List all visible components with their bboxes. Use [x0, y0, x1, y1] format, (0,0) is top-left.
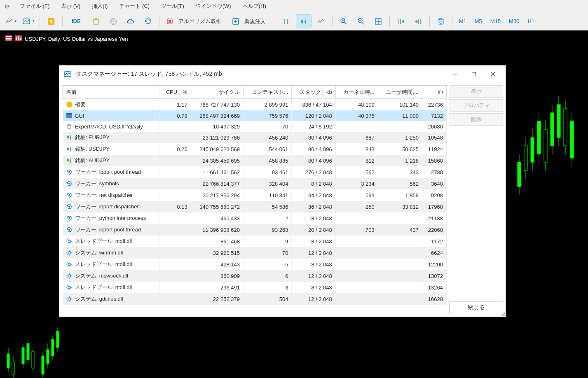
screenshot-button[interactable]: [433, 14, 449, 28]
table-row[interactable]: 銘柄: USDJPY0.26245 049 623 569544 06180 /…: [63, 143, 447, 155]
row-name: 概要: [75, 101, 86, 108]
row-ktime: [335, 293, 378, 305]
close-button[interactable]: 閉じる: [450, 301, 503, 314]
row-ktime: 562: [335, 166, 378, 178]
row-ctx: 70: [243, 121, 292, 132]
row-cycles: 22 252 379: [191, 293, 243, 305]
menu-window[interactable]: ウインドウ(W): [191, 1, 236, 12]
candle-chart-button[interactable]: [296, 14, 312, 28]
algo-trading-button[interactable]: アルゴリズム取引: [163, 16, 227, 27]
bar-chart-button[interactable]: [279, 14, 294, 28]
row-ctx: 328 404: [243, 178, 292, 189]
col-cycles[interactable]: サイクル: [191, 86, 243, 99]
new-order-button[interactable]: 新規注文: [229, 16, 272, 27]
timeframe-h1[interactable]: H1: [524, 16, 538, 26]
shopping-bag-button[interactable]: [88, 14, 104, 28]
row-name: ワーカー: ioport pool thread: [75, 226, 141, 233]
table-row[interactable]: ワーカー: net dispatcher20 217 856 294110 84…: [63, 189, 447, 201]
menu-view[interactable]: 表示 (V): [56, 1, 85, 12]
grid-button[interactable]: [370, 14, 386, 28]
refresh-button[interactable]: +: [140, 14, 156, 28]
zoom-in-button[interactable]: [336, 14, 351, 28]
svg-rect-59: [27, 343, 29, 360]
row-id: 6624: [422, 247, 446, 259]
menu-help[interactable]: ヘルプ(H): [238, 1, 271, 12]
row-ktime: [335, 270, 378, 282]
table-row[interactable]: ワーカー: symbols22 766 814 377328 4048 / 2 …: [63, 178, 447, 189]
table-row[interactable]: システム: gdiplus.dll22 252 37950412 / 2 048…: [63, 293, 447, 305]
table-row[interactable]: ワーカー: ioport dispatcher0.13140 755 680 2…: [63, 201, 447, 212]
row-ktime: [335, 282, 378, 293]
col-name[interactable]: 名前: [63, 86, 159, 99]
menu-insert[interactable]: 挿入(I): [87, 1, 112, 12]
row-ctx: 5: [243, 259, 292, 270]
row-ktime: 40 375: [335, 110, 378, 121]
task-table-container[interactable]: 名前 CPU、% サイクル コンテキスト... スタック、kb カーネル時...…: [62, 85, 447, 314]
col-kernel[interactable]: カーネル時...: [335, 86, 378, 99]
col-cpu[interactable]: CPU、%: [159, 86, 191, 99]
svg-point-158: [68, 298, 70, 300]
table-row[interactable]: ワーカー: ioport pool thread11 396 908 62093…: [63, 224, 447, 236]
dialog-titlebar[interactable]: タスクマネージャー: 17 スレッド, 758 ハンドル, 452 mb: [59, 65, 506, 83]
cloud-button[interactable]: [123, 14, 138, 28]
timeframe-m1[interactable]: M1: [456, 16, 470, 26]
table-row[interactable]: システム: winmm.dll32 920 5157012 / 2 048662…: [63, 247, 447, 259]
table-row[interactable]: ワーカー: python interprocess460 43328 / 2 0…: [63, 212, 447, 224]
svg-rect-102: [70, 148, 71, 150]
delete-button[interactable]: 削除: [450, 113, 503, 126]
worker-icon: [66, 215, 73, 222]
row-stack: 44 / 2 048: [292, 189, 335, 201]
table-row[interactable]: ワーカー: ioport pool thread11 661 461 56293…: [63, 166, 447, 178]
table-row[interactable]: システム: mswsock.dll860 909612 / 2 04813072: [63, 270, 447, 282]
timeframe-m30[interactable]: M30: [506, 16, 522, 26]
row-utime: [378, 247, 422, 259]
row-stack: 8 / 2 048: [292, 236, 335, 247]
table-row[interactable]: ExpertMACD: USDJPY,Daily10 497 3297024 /…: [63, 121, 447, 132]
menu-chart[interactable]: チャート (C): [114, 1, 155, 12]
row-cpu: [159, 224, 191, 236]
table-row[interactable]: スレッドプール: ntdll.dll861 46898 / 2 0481172: [63, 236, 447, 247]
row-name: ExpertMACD: USDJPY,Daily: [75, 124, 143, 130]
indicator-button[interactable]: ▼: [21, 14, 36, 28]
autoscroll-button[interactable]: [410, 14, 426, 28]
col-context[interactable]: コンテキスト...: [243, 86, 292, 99]
row-cpu: 0.26: [159, 143, 191, 155]
resize-grip[interactable]: [500, 311, 505, 316]
row-cycles: 32 920 515: [191, 247, 243, 259]
ide-button[interactable]: IDE: [66, 16, 87, 26]
row-name: システム: gdiplus.dll: [75, 295, 123, 303]
close-x-button[interactable]: [483, 68, 502, 81]
signal-button[interactable]: [105, 14, 121, 28]
properties-button[interactable]: プロパティ: [450, 99, 503, 112]
row-cpu: [159, 132, 191, 143]
col-id[interactable]: ID: [422, 86, 446, 99]
show-button[interactable]: 表示: [450, 85, 503, 98]
timeframe-m5[interactable]: M5: [471, 16, 485, 26]
table-row[interactable]: 銘柄: AUDJPY24 305 459 695458 88580 / 4 09…: [63, 155, 447, 166]
gear-icon: [66, 261, 73, 268]
svg-point-122: [68, 252, 70, 254]
svg-line-121: [70, 239, 71, 240]
col-user[interactable]: ユーザ時間,...: [378, 86, 422, 99]
menu-file[interactable]: ファイル (F): [15, 1, 54, 12]
table-row[interactable]: 銘柄: EURJPY23 121 029 766456 24080 / 4 09…: [63, 132, 447, 143]
table-row[interactable]: 概要1.17768 727 747 1302 899 991836 / 47 1…: [63, 99, 447, 111]
table-row[interactable]: GUI0.78268 497 824 669759 576120 / 2 048…: [63, 110, 447, 121]
minimize-button[interactable]: [445, 68, 464, 81]
row-stack: 8 / 2 048: [292, 282, 335, 293]
shift-chart-button[interactable]: [393, 14, 409, 28]
svg-point-131: [68, 263, 70, 266]
table-row[interactable]: スレッドプール: ntdll.dll296 49138 / 2 04813264: [63, 282, 447, 293]
timeframe-m15[interactable]: M15: [487, 16, 504, 26]
dollar-button[interactable]: $: [43, 14, 59, 28]
line-chart-button[interactable]: ▼: [3, 14, 19, 28]
table-row[interactable]: スレッドプール: ntdll.dll428 14358 / 2 04812200: [63, 259, 447, 270]
line-chart2-button[interactable]: [313, 14, 329, 28]
row-id: 1172: [422, 236, 446, 247]
svg-line-165: [67, 301, 68, 301]
menu-tool[interactable]: ツール(T): [156, 1, 189, 12]
col-stack[interactable]: スタック、kb: [292, 86, 335, 99]
zoom-out-button[interactable]: [353, 14, 369, 28]
row-cpu: [159, 155, 191, 166]
maximize-button[interactable]: [464, 68, 483, 81]
